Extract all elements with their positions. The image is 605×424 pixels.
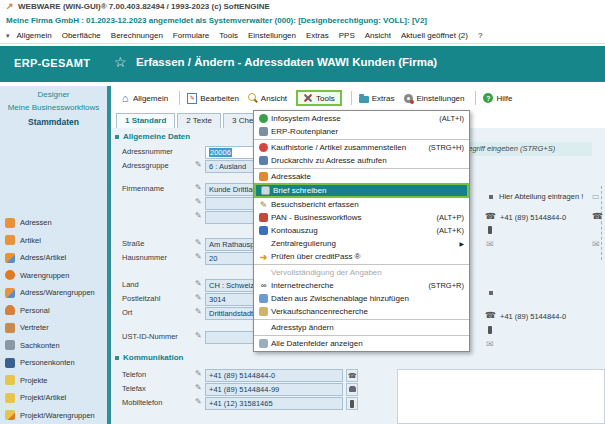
sidebar-section-stammdaten: Stammdaten: [0, 117, 107, 127]
telefon-label: Telefon: [122, 370, 146, 379]
menu-item-zentralregulierung[interactable]: Zentralregulierung ▶: [254, 237, 469, 250]
menubar-item-hilfe[interactable]: ?: [478, 31, 482, 40]
mobiltelefon-input[interactable]: +41 (12) 31581465: [205, 397, 343, 410]
menu-item-creditpass[interactable]: ➜ Prüfen über creditPass ®: [254, 250, 469, 263]
department-hint: Hier Abteilung eintragen !: [499, 192, 583, 201]
chevron-down-icon[interactable]: ▾: [6, 32, 10, 40]
edit-pencil-icon[interactable]: ✎: [195, 183, 202, 192]
menu-item-adresstyp-aendern[interactable]: Adresstyp ändern: [254, 321, 469, 334]
tools-button[interactable]: Tools: [296, 90, 342, 106]
einstellungen-button[interactable]: Einstellungen: [403, 93, 464, 103]
menu-item-pan-businessworkflows[interactable]: PAN - Businessworkflows (ALT+P): [254, 211, 469, 224]
mail-icon: ✉: [486, 239, 494, 249]
page-title: Erfassen / Ändern - Adressdaten WAWI Kun…: [136, 56, 437, 68]
sidebar-workflows-link[interactable]: Meine Businessworkflows: [0, 103, 107, 112]
edit-pencil-icon[interactable]: ✎: [195, 383, 202, 392]
menubar-item-aktuell-geoeffnet[interactable]: Aktuell geöffnet (2): [401, 31, 468, 40]
ustid-label: UST-ID-Nummer: [122, 332, 178, 341]
edit-pencil-icon[interactable]: ✎: [195, 307, 202, 316]
field-row-telefax: Telefax ✎ +41 (89) 5144844-99: [111, 383, 371, 396]
edit-pencil-icon[interactable]: ✎: [195, 331, 202, 340]
tab-texte[interactable]: 2 Texte: [177, 113, 221, 128]
allgemein-button[interactable]: ⌂ Allgemein: [120, 93, 168, 103]
fax-icon[interactable]: [346, 383, 358, 396]
menubar-item-berechnungen[interactable]: Berechnungen: [111, 31, 163, 40]
telefon-input[interactable]: +41 (89) 5144844-0: [205, 369, 343, 382]
menubar-item-allgemein[interactable]: Allgemein: [17, 31, 52, 40]
favorite-star-icon[interactable]: ☆: [114, 54, 127, 70]
sidebar-item-sachkonten[interactable]: Sachkonten: [0, 337, 107, 355]
folder-icon: [359, 93, 369, 103]
mobile-phone-icon[interactable]: [346, 397, 358, 410]
menu-item-zwischenablage[interactable]: Daten aus Zwischenablage hinzufügen: [254, 292, 469, 305]
sidebar-item-personal[interactable]: Personal: [0, 302, 107, 320]
sidebar-item-artikel[interactable]: Artikel: [0, 232, 107, 250]
edit-pencil-icon[interactable]: ✎: [195, 279, 202, 288]
field-row-mobiltelefon: Mobiltelefon ✎ +41 (12) 31581465: [111, 397, 371, 410]
telefax-input[interactable]: +41 (89) 5144844-99: [205, 383, 343, 396]
main-menubar: ▾ Allgemein Oberfläche Berechnungen Form…: [0, 28, 605, 44]
hilfe-button[interactable]: ? Hilfe: [483, 93, 512, 103]
bearbeiten-button[interactable]: ✎ Bearbeiten: [187, 93, 239, 103]
sidebar-item-personenkonten[interactable]: Personenkonten: [0, 354, 107, 372]
menubar-item-ansicht[interactable]: Ansicht: [365, 31, 391, 40]
edit-pencil-icon[interactable]: ✎: [195, 211, 202, 220]
home-icon: ⌂: [120, 93, 130, 103]
menu-item-verkaufschancen[interactable]: Verkaufschancenrecherche: [254, 305, 469, 318]
edit-pencil-icon[interactable]: ✎: [195, 397, 202, 406]
sales-opportunity-icon: [256, 306, 271, 317]
edit-pencil-icon[interactable]: ✎: [195, 293, 202, 302]
sachkonten-icon: [5, 340, 15, 350]
contact-phone-value-2: +41 (89) 5144844-0: [500, 312, 566, 321]
magnifier-icon: [248, 93, 258, 103]
menu-item-internetrecherche[interactable]: ∞ Internetrecherche (STRG+R): [254, 279, 469, 292]
globe-icon: [256, 113, 271, 124]
sidebar-item-projekt-warengruppen[interactable]: Projekt/Warengruppen: [0, 407, 107, 424]
section-kommunikation: Kommunikation: [115, 353, 183, 362]
projekte-icon: [5, 375, 15, 385]
menubar-item-extras[interactable]: Extras: [306, 31, 329, 40]
edit-pencil-icon[interactable]: ✎: [195, 238, 202, 247]
sidebar-item-adress-artikel[interactable]: Adress/Artikel: [0, 249, 107, 267]
edit-pencil-icon[interactable]: ✎: [195, 252, 202, 261]
warengruppen-icon: [5, 270, 15, 280]
menubar-item-einstellungen[interactable]: Einstellungen: [248, 31, 296, 40]
sidebar-item-warengruppen[interactable]: Warengruppen: [0, 267, 107, 285]
sidebar-designer-link[interactable]: Designer: [0, 90, 107, 99]
ansicht-button[interactable]: Ansicht: [248, 93, 287, 103]
menu-item-infosystem-adresse[interactable]: Infosystem Adresse (ALT+I): [254, 112, 469, 125]
menubar-item-formulare[interactable]: Formulare: [173, 31, 209, 40]
sidebar-item-adressen[interactable]: Adressen: [0, 214, 107, 232]
menubar-item-tools[interactable]: Tools: [219, 31, 238, 40]
menu-item-kontoauszug[interactable]: Kontoauszug (ALT+K): [254, 224, 469, 237]
menubar-item-oberflaeche[interactable]: Oberfläche: [62, 31, 101, 40]
firmenname-label: Firmenname: [122, 184, 164, 193]
menu-item-kaufhistorie[interactable]: Kaufhistorie / Artikel zusammenstellen (…: [254, 141, 469, 154]
notes-panel[interactable]: [397, 369, 605, 424]
edit-pencil-icon[interactable]: ✎: [195, 197, 202, 206]
menu-item-druckarchiv[interactable]: Druckarchiv zu Adresse aufrufen: [254, 154, 469, 167]
window-titlebar: ↗ WEBWARE (WIN-GUI)® 7.00.403.82494 / 19…: [0, 0, 605, 14]
visit-report-icon: ✎: [256, 199, 271, 210]
tab-standard[interactable]: 1 Standard: [116, 113, 175, 128]
mail-icon: ✉: [486, 339, 494, 349]
menu-item-besuchsbericht[interactable]: ✎ Besuchsbericht erfassen: [254, 198, 469, 211]
menu-item-alle-datenfelder[interactable]: Alle Datenfelder anzeigen: [254, 337, 469, 350]
sidebar-item-vertreter[interactable]: Vertreter: [0, 319, 107, 337]
extras-button[interactable]: Extras: [359, 93, 395, 103]
edit-pencil-icon[interactable]: ✎: [195, 369, 202, 378]
dial-phone-button[interactable]: ☎: [346, 369, 358, 382]
letter-icon: [258, 185, 273, 196]
edit-pencil-icon[interactable]: ✎: [195, 160, 202, 169]
menu-item-adressakte[interactable]: Adressakte: [254, 170, 469, 183]
sidebar-item-projekt-artikel[interactable]: Projekt/Artikel: [0, 389, 107, 407]
edit-icon: ✎: [187, 93, 197, 103]
sidebar-item-projekte[interactable]: Projekte: [0, 372, 107, 390]
menu-item-brief-schreiben[interactable]: Brief schreiben: [254, 183, 469, 198]
section-bullet-icon: [115, 135, 119, 139]
sidebar-item-adress-warengruppen[interactable]: Adress/Warengruppen: [0, 284, 107, 302]
menubar-item-pps[interactable]: PPS: [339, 31, 355, 40]
personal-icon: [5, 305, 15, 315]
menu-item-erp-routenplaner[interactable]: ERP-Routenplaner: [254, 125, 469, 138]
print-archive-icon: [256, 155, 271, 166]
